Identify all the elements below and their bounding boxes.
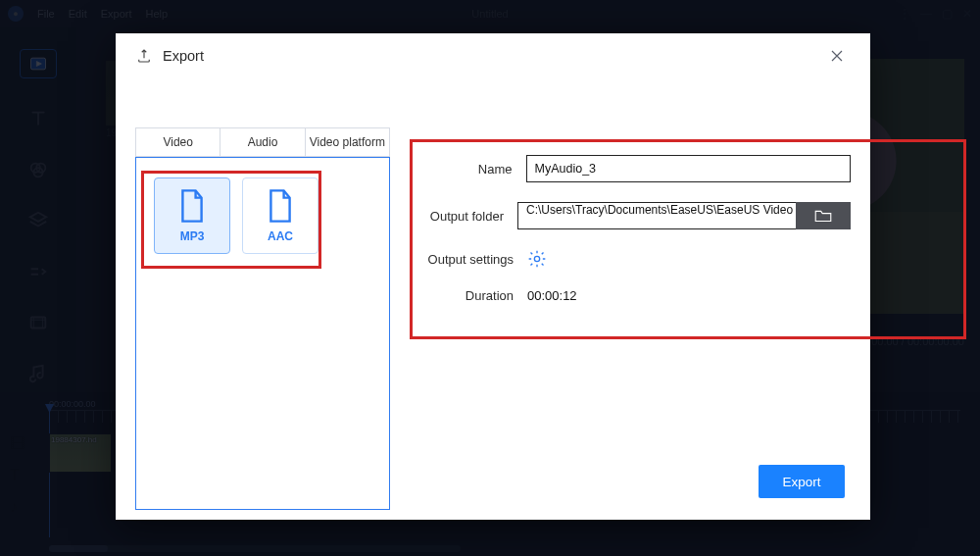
- close-icon: [830, 49, 844, 63]
- label-duration: Duration: [410, 288, 527, 303]
- export-button[interactable]: Export: [759, 465, 845, 498]
- format-tabs: Video Audio Video platform: [135, 127, 390, 157]
- tab-video[interactable]: Video: [136, 128, 220, 156]
- svg-point-6: [534, 256, 539, 261]
- output-folder-input[interactable]: C:\Users\Tracy\Documents\EaseUS\EaseUS V…: [517, 202, 796, 229]
- settings-gear-icon[interactable]: [527, 249, 547, 269]
- close-button[interactable]: [823, 42, 851, 70]
- label-name: Name: [410, 162, 526, 177]
- label-output-folder: Output folder: [410, 209, 517, 224]
- export-button-label: Export: [782, 475, 820, 489]
- file-icon: [177, 188, 207, 224]
- tab-audio[interactable]: Audio: [220, 128, 304, 156]
- file-icon: [266, 188, 295, 224]
- export-icon: [135, 47, 153, 65]
- format-panel: MP3 AAC: [135, 157, 390, 510]
- modal-header: Export: [116, 33, 870, 78]
- tab-video-platform[interactable]: Video platform: [305, 128, 389, 156]
- name-input[interactable]: [526, 155, 852, 182]
- format-aac-label: AAC: [268, 229, 293, 243]
- label-output-settings: Output settings: [410, 252, 527, 267]
- browse-folder-button[interactable]: [796, 202, 851, 229]
- format-mp3-label: MP3: [180, 229, 205, 243]
- format-aac[interactable]: AAC: [242, 177, 318, 254]
- modal-title: Export: [163, 48, 204, 64]
- export-form: Name Output folder C:\Users\Tracy\Docume…: [410, 155, 851, 323]
- export-modal: Export Video Audio Video platform MP3 AA…: [116, 33, 870, 520]
- format-mp3[interactable]: MP3: [154, 177, 230, 254]
- folder-icon: [813, 209, 833, 223]
- duration-value: 00:00:12: [527, 288, 577, 303]
